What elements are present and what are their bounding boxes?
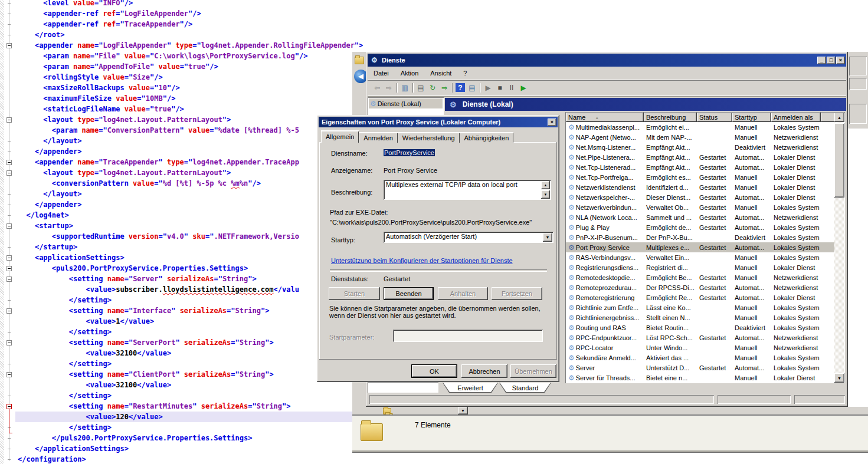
startup-options-link[interactable]: Unterstützung beim Konfigurieren der Sta… <box>331 257 513 264</box>
fold-marker[interactable] <box>6 340 12 345</box>
combobox-dropdown-icon[interactable]: ▼ <box>543 233 552 242</box>
service-row[interactable]: ⚙Netzwerkverbindun...Verwaltet Ob...Gest… <box>566 202 836 212</box>
start-service-icon[interactable]: ▶ <box>482 83 494 93</box>
maximize-button[interactable]: □ <box>827 57 836 64</box>
service-row[interactable]: ⚙Net.Pipe-Listenera...Empfängt Akt...Ges… <box>566 152 836 162</box>
service-row[interactable]: ⚙Sekundäre Anmeld...Aktiviert das ...Man… <box>566 353 836 363</box>
view-tab-standard[interactable]: Standard <box>499 383 551 393</box>
service-row[interactable]: ⚙Net.Msmq-Listener...Empfängt Akt...Deak… <box>566 142 836 152</box>
dialog-tab-abhangigkeiten[interactable]: Abhängigkeiten <box>460 132 514 143</box>
services-title-bar[interactable]: ⚙ Dienste _ □ × <box>368 54 846 67</box>
service-row[interactable]: ⚙Net.Tcp-Listenerad...Empfängt Akt...Ges… <box>566 162 836 172</box>
start-type-combobox[interactable]: Automatisch (Verzögerter Start) ▼ <box>384 232 553 243</box>
services-list[interactable]: Name▲BeschreibungStatusStarttypAnmelden … <box>565 112 845 383</box>
fold-marker[interactable] <box>6 255 12 261</box>
dialog-close-button[interactable]: × <box>548 119 556 126</box>
minimize-button[interactable]: _ <box>817 57 826 64</box>
column-header-starttyp[interactable]: Starttyp <box>732 113 771 122</box>
service-logon: Lokaler Dienst <box>771 374 821 381</box>
properties-icon[interactable]: ▤ <box>415 83 427 93</box>
menu-item-ansicht[interactable]: Ansicht <box>424 68 457 78</box>
description-scroll-down-icon[interactable]: ▼ <box>541 190 550 199</box>
dialog-tab-anmelden[interactable]: Anmelden <box>359 132 398 143</box>
start-button[interactable]: Starten <box>329 287 380 300</box>
resume-button[interactable]: Fortsetzen <box>492 287 542 300</box>
service-row[interactable]: ⚙Richtlinienergebniss...Stellt einen N..… <box>566 312 836 323</box>
address-dropdown-button[interactable]: ▼ <box>458 407 468 414</box>
service-row[interactable]: ⚙Net.Tcp-Portfreiga...Ermöglicht es...Ge… <box>566 172 836 182</box>
vertical-scrollbar[interactable]: ▲ ▼ <box>834 113 844 383</box>
description-textbox[interactable]: Multiplexes external TCP/IP data on loca… <box>384 180 551 200</box>
fold-marker[interactable] <box>6 117 12 123</box>
service-row[interactable]: ⚙RAS-Verbindungsv...Verwaltet Ein...Manu… <box>566 252 836 262</box>
refresh-icon[interactable]: ↻ <box>427 83 438 93</box>
service-row[interactable]: ⚙Plug & PlayErmöglicht de...GestartetAut… <box>566 222 836 232</box>
column-header-blank[interactable] <box>821 113 836 122</box>
code-folding-gutter[interactable] <box>0 0 15 464</box>
column-header-status[interactable]: Status <box>697 113 732 122</box>
extended-view-icon[interactable]: ▤ <box>466 83 478 93</box>
fold-tick <box>8 3 11 4</box>
fold-marker[interactable] <box>6 223 12 229</box>
service-row[interactable]: ⚙ServerUnterstützt D...GestartetAutomat.… <box>566 363 836 373</box>
back-icon[interactable]: ⇦ <box>371 83 383 93</box>
start-params-input[interactable] <box>393 330 543 342</box>
fold-marker[interactable] <box>6 277 12 282</box>
service-row[interactable]: ⚙Remotedesktopdie...Ermöglicht Be...Gest… <box>566 272 836 282</box>
service-row[interactable]: ⚙Routing und RASBietet Routin...Deaktivi… <box>566 323 836 333</box>
stop-service-icon[interactable]: ■ <box>494 83 506 93</box>
fold-marker[interactable] <box>6 372 12 377</box>
scroll-down-button[interactable]: ▼ <box>834 373 844 383</box>
service-row[interactable]: ⚙Netzwerkspeicher-...Dieser Dienst...Ges… <box>566 192 836 202</box>
service-row[interactable]: ⚙RemoteregistrierungErmöglicht Re...Gest… <box>566 292 836 302</box>
ok-button[interactable]: OK <box>411 364 457 378</box>
view-tab-erweitert[interactable]: Erweitert <box>443 383 498 393</box>
service-row[interactable]: ⚙NAP-Agent (Netwo...Mit dem NAP-...Manue… <box>566 132 836 142</box>
scroll-up-button[interactable]: ▲ <box>834 113 844 122</box>
fold-marker[interactable] <box>6 266 12 271</box>
service-row[interactable]: ⚙RPC-Endpunktzuor...Löst RPC-Sch...Gesta… <box>566 333 836 343</box>
help-icon[interactable]: ? <box>456 83 465 92</box>
dialog-title-bar[interactable]: Eigenschaften von Port Proxy Service (Lo… <box>319 117 558 127</box>
service-row[interactable]: ⚙Richtlinie zum Entfe...Lässt eine Ko...… <box>566 302 836 312</box>
column-header-name[interactable]: Name▲ <box>566 113 644 122</box>
fold-marker[interactable] <box>6 170 12 176</box>
service-name-value[interactable]: PortProxyService <box>384 149 435 156</box>
apply-button[interactable]: Übernehmen <box>510 364 556 378</box>
pause-service-icon[interactable]: II <box>506 83 517 93</box>
fold-marker[interactable] <box>6 404 12 409</box>
menu-item-?[interactable]: ? <box>457 68 473 78</box>
service-row[interactable]: ⚙Registrierungsdiens...Registriert di...… <box>566 262 836 272</box>
description-scroll-up-icon[interactable]: ▲ <box>541 181 550 189</box>
restart-service-icon[interactable]: ▶ <box>517 83 529 93</box>
show-console-tree-icon[interactable]: ▥ <box>399 83 411 93</box>
service-row[interactable]: ⚙Multimediaklassenpl...Ermöglicht ei...M… <box>566 122 836 132</box>
service-row[interactable]: ⚙PnP-X-IP-Busenum...Der PnP-X-Bu...Deakt… <box>566 232 836 242</box>
service-row[interactable]: ⚙RPC-LocatorUnter Windo...ManuellNetzwer… <box>566 343 836 353</box>
dialog-tab-wiederherstellung[interactable]: Wiederherstellung <box>398 132 460 143</box>
menu-item-datei[interactable]: Datei <box>368 68 395 78</box>
menu-item-aktion[interactable]: Aktion <box>395 68 425 78</box>
cancel-button[interactable]: Abbrechen <box>461 364 507 378</box>
service-row[interactable]: ⚙NetzwerklistendienstIdentifiziert d...G… <box>566 182 836 192</box>
fold-marker[interactable] <box>6 160 12 165</box>
service-row[interactable]: ⚙Remoteprozedurau...Der RPCSS-Di...Gesta… <box>566 282 836 292</box>
close-button[interactable]: × <box>836 57 845 64</box>
fold-marker[interactable] <box>6 308 12 314</box>
export-list-icon[interactable]: ⇒ <box>438 83 450 93</box>
scrollbar-thumb[interactable] <box>834 123 844 198</box>
tree-item-dienste-lokal[interactable]: ⚙ Dienste (Lokal) <box>369 98 443 108</box>
dialog-tab-allgemein[interactable]: Allgemein <box>321 130 359 143</box>
pause-button[interactable]: Anhalten <box>438 287 488 300</box>
service-row[interactable]: ⚙Port Proxy ServiceMultiplexes e...Gesta… <box>566 242 836 252</box>
explorer-divider <box>352 414 868 416</box>
service-gear-icon: ⚙ <box>568 233 575 242</box>
service-row[interactable]: ⚙NLA (Network Loca...Sammelt und ...Gest… <box>566 212 836 222</box>
forward-icon[interactable]: ⇨ <box>383 83 395 93</box>
fold-marker[interactable] <box>6 43 12 48</box>
stop-button[interactable]: Beenden <box>384 287 434 300</box>
column-header-anmelden-als[interactable]: Anmelden als <box>771 113 821 122</box>
service-row[interactable]: ⚙Server für Threads...Bietet eine n...Ma… <box>566 373 836 383</box>
screen: <level value="INFO"/> <appender-ref ref=… <box>0 0 868 464</box>
column-header-beschreibung[interactable]: Beschreibung <box>644 113 697 122</box>
